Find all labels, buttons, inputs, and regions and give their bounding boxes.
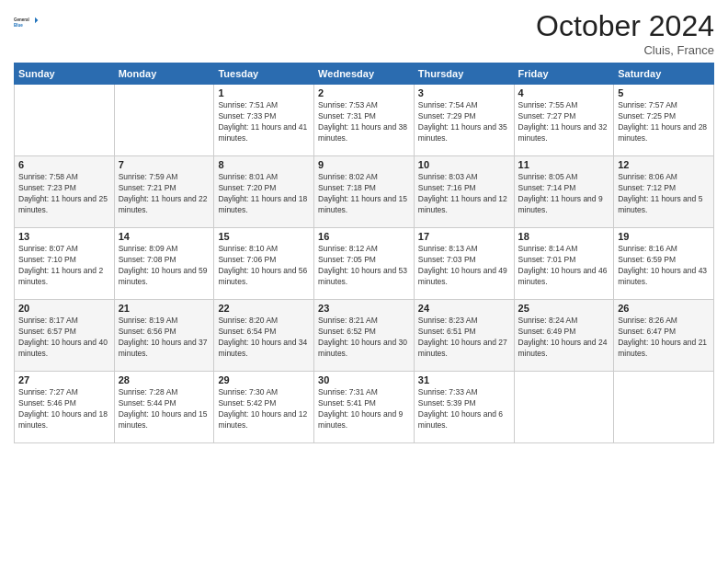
day-cell: 29Sunrise: 7:30 AM Sunset: 5:42 PM Dayli… [214,372,314,443]
day-info: Sunrise: 8:01 AM Sunset: 7:20 PM Dayligh… [218,172,310,216]
week-row-1: 1Sunrise: 7:51 AM Sunset: 7:33 PM Daylig… [15,85,714,156]
col-friday: Friday [514,63,614,85]
day-info: Sunrise: 7:51 AM Sunset: 7:33 PM Dayligh… [218,100,310,144]
day-info: Sunrise: 7:59 AM Sunset: 7:21 PM Dayligh… [119,172,210,216]
col-monday: Monday [114,63,214,85]
day-cell: 26Sunrise: 8:26 AM Sunset: 6:47 PM Dayli… [614,300,714,372]
svg-marker-2 [35,17,38,24]
day-info: Sunrise: 7:30 AM Sunset: 5:42 PM Dayligh… [218,387,310,431]
day-number: 9 [318,159,410,170]
day-cell: 3Sunrise: 7:54 AM Sunset: 7:29 PM Daylig… [414,85,514,156]
col-saturday: Saturday [614,63,714,85]
day-info: Sunrise: 8:19 AM Sunset: 6:56 PM Dayligh… [119,316,210,360]
day-info: Sunrise: 8:02 AM Sunset: 7:18 PM Dayligh… [318,172,410,216]
day-number: 4 [518,87,610,98]
week-row-4: 20Sunrise: 8:17 AM Sunset: 6:57 PM Dayli… [15,300,714,372]
day-number: 15 [218,231,310,242]
day-info: Sunrise: 8:12 AM Sunset: 7:05 PM Dayligh… [318,244,410,288]
day-info: Sunrise: 7:31 AM Sunset: 5:41 PM Dayligh… [318,387,410,431]
day-number: 23 [318,303,410,314]
day-cell: 6Sunrise: 7:58 AM Sunset: 7:23 PM Daylig… [15,156,115,228]
day-number: 28 [119,374,210,385]
day-number: 13 [18,231,110,242]
day-cell: 31Sunrise: 7:33 AM Sunset: 5:39 PM Dayli… [414,372,514,443]
col-sunday: Sunday [15,63,115,85]
col-tuesday: Tuesday [214,63,314,85]
day-cell [114,85,214,156]
day-number: 25 [518,303,610,314]
day-cell: 13Sunrise: 8:07 AM Sunset: 7:10 PM Dayli… [15,228,115,300]
day-info: Sunrise: 8:03 AM Sunset: 7:16 PM Dayligh… [418,172,510,216]
day-info: Sunrise: 7:55 AM Sunset: 7:27 PM Dayligh… [518,100,610,144]
day-number: 1 [218,87,310,98]
day-info: Sunrise: 7:58 AM Sunset: 7:23 PM Dayligh… [18,172,110,216]
svg-text:Blue: Blue [14,23,23,28]
day-info: Sunrise: 7:28 AM Sunset: 5:44 PM Dayligh… [119,387,210,431]
day-number: 12 [618,159,710,170]
day-cell: 20Sunrise: 8:17 AM Sunset: 6:57 PM Dayli… [15,300,115,372]
day-number: 10 [418,159,510,170]
day-number: 19 [618,231,710,242]
day-number: 31 [418,374,510,385]
day-number: 7 [119,159,210,170]
day-cell: 2Sunrise: 7:53 AM Sunset: 7:31 PM Daylig… [314,85,415,156]
week-row-2: 6Sunrise: 7:58 AM Sunset: 7:23 PM Daylig… [15,156,714,228]
day-info: Sunrise: 8:10 AM Sunset: 7:06 PM Dayligh… [218,244,310,288]
calendar-page: General Blue October 2024 Cluis, France … [0,0,728,563]
day-cell: 12Sunrise: 8:06 AM Sunset: 7:12 PM Dayli… [614,156,714,228]
day-cell: 23Sunrise: 8:21 AM Sunset: 6:52 PM Dayli… [314,300,415,372]
day-number: 8 [218,159,310,170]
day-cell [614,372,714,443]
day-cell: 14Sunrise: 8:09 AM Sunset: 7:08 PM Dayli… [114,228,214,300]
day-info: Sunrise: 8:17 AM Sunset: 6:57 PM Dayligh… [18,316,110,360]
day-cell: 17Sunrise: 8:13 AM Sunset: 7:03 PM Dayli… [414,228,514,300]
day-number: 21 [119,303,210,314]
day-number: 14 [119,231,210,242]
day-number: 5 [618,87,710,98]
day-cell: 27Sunrise: 7:27 AM Sunset: 5:46 PM Dayli… [15,372,115,443]
day-cell: 22Sunrise: 8:20 AM Sunset: 6:54 PM Dayli… [214,300,314,372]
day-info: Sunrise: 8:23 AM Sunset: 6:51 PM Dayligh… [418,316,510,360]
day-cell: 21Sunrise: 8:19 AM Sunset: 6:56 PM Dayli… [114,300,214,372]
day-cell [514,372,614,443]
day-number: 30 [318,374,410,385]
day-info: Sunrise: 8:21 AM Sunset: 6:52 PM Dayligh… [318,316,410,360]
day-info: Sunrise: 7:53 AM Sunset: 7:31 PM Dayligh… [318,100,410,144]
calendar-table: Sunday Monday Tuesday Wednesday Thursday… [14,63,714,443]
day-cell: 9Sunrise: 8:02 AM Sunset: 7:18 PM Daylig… [314,156,415,228]
day-number: 16 [318,231,410,242]
day-info: Sunrise: 8:20 AM Sunset: 6:54 PM Dayligh… [218,316,310,360]
title-block: October 2024 Cluis, France [536,9,714,57]
day-info: Sunrise: 8:07 AM Sunset: 7:10 PM Dayligh… [18,244,110,288]
day-info: Sunrise: 7:27 AM Sunset: 5:46 PM Dayligh… [18,387,110,431]
day-info: Sunrise: 8:16 AM Sunset: 6:59 PM Dayligh… [618,244,710,288]
day-cell: 1Sunrise: 7:51 AM Sunset: 7:33 PM Daylig… [214,85,314,156]
day-cell: 8Sunrise: 8:01 AM Sunset: 7:20 PM Daylig… [214,156,314,228]
day-cell: 25Sunrise: 8:24 AM Sunset: 6:49 PM Dayli… [514,300,614,372]
day-cell: 19Sunrise: 8:16 AM Sunset: 6:59 PM Dayli… [614,228,714,300]
day-info: Sunrise: 8:05 AM Sunset: 7:14 PM Dayligh… [518,172,610,216]
day-cell: 16Sunrise: 8:12 AM Sunset: 7:05 PM Dayli… [314,228,415,300]
week-row-5: 27Sunrise: 7:27 AM Sunset: 5:46 PM Dayli… [15,372,714,443]
header-row: Sunday Monday Tuesday Wednesday Thursday… [15,63,714,85]
day-number: 26 [618,303,710,314]
header: General Blue October 2024 Cluis, France [14,9,714,57]
col-wednesday: Wednesday [314,63,415,85]
day-info: Sunrise: 8:24 AM Sunset: 6:49 PM Dayligh… [518,316,610,360]
day-number: 29 [218,374,310,385]
day-number: 11 [518,159,610,170]
col-thursday: Thursday [414,63,514,85]
location: Cluis, France [536,43,714,57]
day-cell: 15Sunrise: 8:10 AM Sunset: 7:06 PM Dayli… [214,228,314,300]
day-number: 6 [18,159,110,170]
day-cell: 24Sunrise: 8:23 AM Sunset: 6:51 PM Dayli… [414,300,514,372]
svg-text:General: General [14,17,29,22]
month-title: October 2024 [536,9,714,43]
day-cell [15,85,115,156]
week-row-3: 13Sunrise: 8:07 AM Sunset: 7:10 PM Dayli… [15,228,714,300]
day-info: Sunrise: 8:26 AM Sunset: 6:47 PM Dayligh… [618,316,710,360]
day-number: 17 [418,231,510,242]
day-cell: 28Sunrise: 7:28 AM Sunset: 5:44 PM Dayli… [114,372,214,443]
day-number: 2 [318,87,410,98]
day-number: 3 [418,87,510,98]
